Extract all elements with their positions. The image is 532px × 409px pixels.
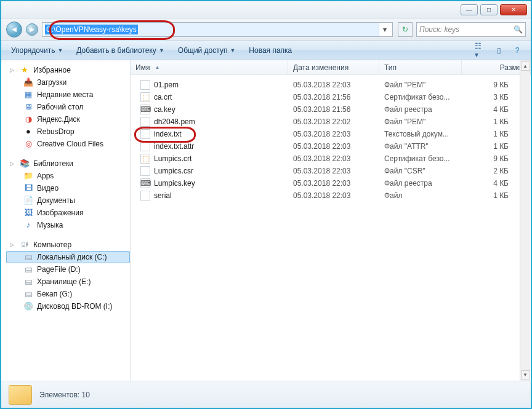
file-icon bbox=[140, 191, 150, 201]
documents-icon: 📄 bbox=[23, 196, 33, 205]
file-type: Файл "PEM" bbox=[379, 81, 462, 89]
computer-icon: 🖳 bbox=[20, 240, 30, 250]
file-icon: ⬚ bbox=[140, 92, 150, 102]
sidebar-group-favorites: ▷★ Избранное 📥Загрузки ▦Недавние места 🖥… bbox=[6, 64, 130, 150]
file-size: 2 КБ bbox=[462, 167, 531, 175]
file-row[interactable]: ⬚ca.crt05.03.2018 21:56Сертификат безо..… bbox=[131, 91, 531, 103]
sidebar-item[interactable]: 📁Apps bbox=[6, 170, 130, 182]
file-name: serial bbox=[154, 191, 172, 200]
file-date: 05.03.2018 22:03 bbox=[288, 130, 379, 138]
sidebar-item[interactable]: 📄Документы bbox=[6, 194, 130, 207]
file-name: ca.key bbox=[154, 105, 175, 114]
organize-label: Упорядочить bbox=[11, 46, 55, 55]
sidebar-favorites-header[interactable]: ▷★ Избранное bbox=[6, 64, 130, 76]
file-name: index.txt bbox=[154, 130, 182, 138]
file-size: 1 КБ bbox=[462, 117, 531, 126]
share-label: Общий доступ bbox=[178, 46, 228, 55]
help-button[interactable]: ? bbox=[511, 45, 523, 56]
file-size: 4 КБ bbox=[462, 105, 531, 114]
maximize-button[interactable]: □ bbox=[480, 4, 498, 15]
file-date: 05.03.2018 22:03 bbox=[288, 191, 379, 200]
file-row[interactable]: Lumpics.csr05.03.2018 22:03Файл "CSR"2 К… bbox=[131, 165, 531, 177]
sidebar-item[interactable]: ◎Creative Cloud Files bbox=[6, 138, 130, 150]
column-date[interactable]: Дата изменения bbox=[288, 60, 379, 74]
file-size: 1 КБ bbox=[462, 142, 531, 151]
file-size: 1 КБ bbox=[462, 130, 531, 138]
file-date: 05.03.2018 22:03 bbox=[288, 167, 379, 175]
libraries-icon: 📚 bbox=[20, 159, 30, 169]
sidebar-favorites-label: Избранное bbox=[33, 66, 71, 74]
sidebar-item[interactable]: 🖴PageFile (D:) bbox=[6, 263, 130, 276]
new-folder-button[interactable]: Новая папка bbox=[244, 44, 297, 57]
sidebar-item-local-disk-c[interactable]: 🖴Локальный диск (C:) bbox=[6, 251, 130, 263]
item-count-label: Элементов: 10 bbox=[39, 391, 90, 399]
file-name: 01.pem bbox=[154, 81, 179, 89]
sidebar-item[interactable]: 🖥Рабочий стол bbox=[6, 101, 130, 113]
file-name: Lumpics.key bbox=[154, 179, 195, 188]
sidebar-item[interactable]: ▦Недавние места bbox=[6, 89, 130, 101]
file-type: Файл "CSR" bbox=[379, 167, 462, 175]
sidebar-item[interactable]: 📥Загрузки bbox=[6, 76, 130, 89]
preview-pane-button[interactable]: ▯ bbox=[493, 45, 505, 56]
back-button[interactable]: ◄ bbox=[6, 22, 22, 38]
file-type: Файл реестра bbox=[379, 105, 462, 114]
file-date: 05.03.2018 22:03 bbox=[288, 154, 379, 163]
sidebar-computer-header[interactable]: ▷🖳 Компьютер bbox=[6, 239, 130, 251]
downloads-icon: 📥 bbox=[23, 77, 33, 87]
search-box[interactable]: Поиск: keys 🔍 bbox=[416, 22, 526, 37]
sidebar-item[interactable]: 🖴Бекап (G:) bbox=[6, 288, 130, 300]
file-row[interactable]: index.txt.attr05.03.2018 22:03Файл "ATTR… bbox=[131, 140, 531, 153]
sidebar-item[interactable]: 💿Дисковод BD-ROM (I:) bbox=[6, 300, 130, 312]
file-row[interactable]: ⌨ca.key05.03.2018 21:56Файл реестра4 КБ bbox=[131, 103, 531, 116]
sidebar-item[interactable]: 🖴Хранилище (E:) bbox=[6, 276, 130, 288]
sidebar-item[interactable]: 🎞Видео bbox=[6, 182, 130, 194]
organize-button[interactable]: Упорядочить ▼ bbox=[6, 44, 68, 57]
sidebar-group-libraries: ▷📚 Библиотеки 📁Apps 🎞Видео 📄Документы 🖼И… bbox=[6, 157, 130, 231]
column-type[interactable]: Тип bbox=[379, 60, 462, 74]
file-size: 1 КБ bbox=[462, 191, 531, 200]
file-row[interactable]: serial05.03.2018 22:03Файл1 КБ bbox=[131, 189, 531, 202]
file-name: Lumpics.csr bbox=[154, 167, 193, 175]
column-name[interactable]: Имя▲ bbox=[131, 60, 288, 74]
music-icon: ♪ bbox=[23, 220, 33, 230]
address-input[interactable] bbox=[45, 23, 379, 36]
sidebar-item[interactable]: ●RebusDrop bbox=[6, 125, 130, 138]
forward-button[interactable]: ► bbox=[26, 23, 38, 36]
file-date: 05.03.2018 22:02 bbox=[288, 117, 379, 126]
sidebar-item[interactable]: ♪Музыка bbox=[6, 219, 130, 231]
add-to-library-button[interactable]: Добавить в библиотеку ▼ bbox=[71, 44, 169, 57]
view-options-button[interactable]: ☷ ▾ bbox=[474, 45, 486, 56]
disk-icon: 🖴 bbox=[23, 264, 33, 274]
file-type: Файл bbox=[379, 191, 462, 200]
file-date: 05.03.2018 22:03 bbox=[288, 142, 379, 151]
sidebar-item[interactable]: 🖼Изображения bbox=[6, 207, 130, 219]
file-type: Текстовый докум... bbox=[379, 130, 462, 138]
file-icon bbox=[140, 141, 150, 151]
address-bar[interactable]: C:\OpenVPN\easy-rsa\keys ▾ bbox=[42, 22, 393, 37]
rebusdrop-icon: ● bbox=[23, 127, 33, 137]
file-row[interactable]: 01.pem05.03.2018 22:03Файл "PEM"9 КБ bbox=[131, 79, 531, 91]
share-button[interactable]: Общий доступ ▼ bbox=[173, 44, 241, 57]
file-row[interactable]: index.txt05.03.2018 22:03Текстовый докум… bbox=[131, 128, 531, 140]
file-type: Сертификат безо... bbox=[379, 93, 462, 101]
sidebar-item[interactable]: ◑Яндекс.Диск bbox=[6, 113, 130, 125]
minimize-button[interactable]: — bbox=[461, 4, 478, 15]
refresh-button[interactable]: ↻ bbox=[398, 22, 413, 37]
chevron-down-icon: ▼ bbox=[230, 47, 235, 54]
file-row[interactable]: ⬚Lumpics.crt05.03.2018 22:03Сертификат б… bbox=[131, 153, 531, 165]
bd-rom-icon: 💿 bbox=[23, 301, 33, 311]
address-dropdown[interactable]: ▾ bbox=[379, 23, 390, 36]
creative-cloud-icon: ◎ bbox=[23, 139, 33, 149]
new-folder-label: Новая папка bbox=[249, 46, 292, 55]
file-icon: ⬚ bbox=[140, 154, 150, 164]
close-button[interactable]: ✕ bbox=[500, 4, 527, 15]
file-icon bbox=[140, 80, 150, 90]
file-row[interactable]: dh2048.pem05.03.2018 22:02Файл "PEM"1 КБ bbox=[131, 116, 531, 128]
recent-icon: ▦ bbox=[23, 90, 33, 100]
file-row[interactable]: ⌨Lumpics.key05.03.2018 22:03Файл реестра… bbox=[131, 177, 531, 189]
disk-icon: 🖴 bbox=[23, 252, 33, 262]
file-date: 05.03.2018 22:03 bbox=[288, 81, 379, 89]
desktop-icon: 🖥 bbox=[23, 102, 33, 112]
file-name: ca.crt bbox=[154, 93, 172, 101]
sidebar-libraries-header[interactable]: ▷📚 Библиотеки bbox=[6, 157, 130, 170]
